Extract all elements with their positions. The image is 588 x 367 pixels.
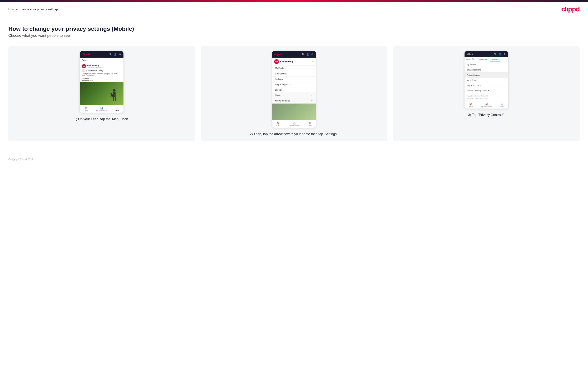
step-1-card: clippd 🔍 👤 ⚙ Feed BM Blair McHarg [8, 46, 195, 142]
menu-item-connections: Connections [272, 71, 316, 76]
search-icon: 🔍 [109, 53, 112, 56]
performance-label-2: My Performance [289, 125, 299, 126]
settings-service-privacy: Service & Privacy Policy ↗ [465, 88, 508, 93]
svg-point-0 [113, 89, 116, 92]
menu-item-logout: Logout [272, 87, 316, 93]
nav-item-performance-chevron: ▼ [311, 100, 313, 102]
phone2-collapse-chevron: ▲ [312, 60, 314, 63]
phone-1-mockup: clippd 🔍 👤 ⚙ Feed BM Blair McHarg [80, 51, 123, 113]
home-icon: 🏠 [84, 107, 87, 109]
bottom-nav-menu: ☰ Menu [115, 107, 119, 111]
feed-user-info: Blair McHarg Yesterday · Sunningdale [87, 65, 103, 68]
settings-privacy-controls-label: Privacy Controls [467, 74, 480, 76]
tab-myprofile[interactable]: My Profile [465, 57, 476, 62]
performance-icon: 📊 [100, 107, 103, 109]
step-2-card: clippd 🔍 👤 ⚙ BM Blair McHarg ▲ [201, 46, 387, 142]
header-title: How to change your privacy settings [8, 8, 59, 11]
top-accent-bar [0, 0, 588, 2]
bottom-nav-home: 🏠 Home [84, 107, 88, 111]
phone3-back-label: < Back [467, 53, 473, 55]
phone3-nav-menu: ☰ Menu [500, 102, 504, 107]
performance-icon-2: 📊 [293, 122, 296, 125]
page-heading: How to change your privacy settings (Mob… [8, 25, 580, 32]
user-icon-2: 👤 [306, 53, 309, 56]
menu-icon-3: ☰ [501, 102, 503, 105]
phone2-nav-home: 🏠 Home [276, 122, 280, 126]
nav-item-performance: My Performance ▼ [272, 98, 316, 104]
step-2-description: 2) Then, tap the arrow next to your name… [250, 132, 338, 136]
phone3-bottom-nav: 🏠 Home 📊 My Performance ☰ Menu [465, 101, 508, 108]
step-1-description: 1) On your Feed, tap the 'Menu' icon. [74, 117, 129, 121]
home-label-2: Home [276, 125, 280, 126]
user-icon-3: 👤 [499, 53, 502, 56]
phone2-nav-menu-close: ✕ Menu [308, 122, 312, 126]
menu-item-settings: Settings [272, 76, 316, 82]
close-icon: ✕ [309, 122, 311, 125]
duration-value: 01 hr : 30 min [82, 79, 93, 81]
settings-data-integrations-label: Data Integrations [467, 69, 481, 71]
copyright-text: Copyright Clippd 2022 [8, 158, 33, 161]
performance-label: My Performance [96, 110, 107, 111]
phone2-user-row: BM Blair McHarg ▲ [272, 58, 316, 66]
phone2-nav-performance: 📊 My Performance [289, 122, 299, 126]
svg-rect-3 [115, 96, 116, 101]
svg-rect-4 [113, 96, 114, 101]
phone1-nav-icons: 🔍 👤 ⚙ [109, 53, 121, 56]
feed-item: BM Blair McHarg Yesterday · Sunningdale … [80, 63, 123, 82]
feed-lesson-row: Lesson with Fordy [82, 69, 121, 72]
performance-label-3: My Performance [481, 106, 492, 107]
settings-help-support: Help & Support ↗ [465, 83, 508, 88]
nav-item-performance-label: My Performance [275, 100, 290, 102]
tab-connections[interactable]: Connections [476, 57, 490, 62]
phone2-logo: clippd [274, 53, 282, 56]
phone2-nav-icons: 🔍 👤 ⚙ [302, 53, 314, 56]
tab-settings[interactable]: Settings [490, 57, 500, 62]
phone1-bottom-nav: 🏠 Home 📊 My Performance ☰ Menu [80, 105, 123, 113]
steps-grid: clippd 🔍 👤 ⚙ Feed BM Blair McHarg [8, 46, 580, 142]
menu-item-helpsupport: Help & Support ↗ [272, 82, 316, 87]
home-icon-3: 🏠 [469, 102, 472, 105]
settings-service-privacy-label: Service & Privacy Policy ↗ [467, 90, 489, 92]
settings-icon-3: ⚙ [503, 53, 506, 56]
lesson-title: Lesson with Fordy [86, 70, 103, 72]
feed-description: Looking to feel like my hands are exitin… [82, 73, 121, 76]
golf-image [80, 82, 123, 105]
lesson-icon [82, 69, 85, 72]
phone3-header: < Back 🔍 👤 ⚙ [465, 51, 508, 57]
bottom-nav-performance: 📊 My Performance [96, 107, 107, 111]
nav-item-home-chevron: ▼ [311, 94, 313, 96]
settings-icon: ⚙ [119, 53, 121, 56]
phone3-nav-icons: 🔍 👤 ⚙ [494, 53, 506, 56]
settings-my-golf-bag-label: My Golf Bag [467, 79, 477, 81]
menu-icon: ☰ [116, 107, 119, 109]
settings-icon-2: ⚙ [311, 53, 314, 56]
home-label: Home [84, 110, 88, 111]
settings-privacy-controls: Privacy Controls › [465, 73, 508, 78]
data-integrations-chevron: › [506, 69, 506, 71]
nav-item-home-label: Home [275, 94, 281, 96]
step-3-description: 3) Tap 'Privacy Controls'. [468, 113, 505, 117]
phone2-username: Blair McHarg [280, 60, 293, 63]
phone3-nav-home: 🏠 Home [469, 102, 473, 107]
footer: Copyright Clippd 2022 [0, 154, 588, 165]
settings-my-account-label: My Account [467, 64, 476, 66]
phone2-user-left: BM Blair McHarg [274, 59, 293, 64]
home-label-3: Home [469, 106, 473, 107]
menu-label-3: Menu [500, 106, 504, 107]
feed-user-row: BM Blair McHarg Yesterday · Sunningdale [82, 64, 121, 68]
search-icon-2: 🔍 [302, 53, 305, 56]
menu-item-myprofile: My Profile [272, 66, 316, 71]
feed-label: Feed [80, 58, 123, 63]
main-content: How to change your privacy settings (Mob… [0, 17, 588, 154]
settings-my-account: My Account › [465, 62, 508, 67]
menu-label: Menu [115, 110, 119, 111]
version-line1: Clippd Client Version: 2022.8.3-3 [467, 95, 488, 97]
phone1-logo: clippd [82, 53, 90, 56]
phone3-version: Clippd Client Version: 2022.8.3-3 SQL Se… [465, 93, 508, 101]
settings-my-golf-bag: My Golf Bag › [465, 78, 508, 83]
phone-3-mockup: < Back 🔍 👤 ⚙ My Profile Connections Sett… [465, 51, 508, 108]
page-subheading: Choose what you want people to see [8, 33, 580, 38]
golfer-svg [109, 89, 119, 105]
user-icon: 👤 [114, 53, 117, 56]
settings-help-support-label: Help & Support ↗ [467, 84, 482, 86]
